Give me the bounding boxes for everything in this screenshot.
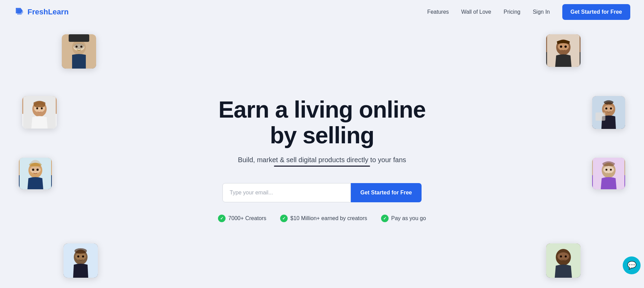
avatar-bottom-left	[19, 158, 52, 189]
svg-point-33	[605, 108, 607, 110]
nav-sign-in[interactable]: Sign In	[533, 9, 550, 15]
svg-point-24	[74, 248, 87, 254]
avatar-top-right	[546, 34, 580, 67]
nav-wall-of-love[interactable]: Wall of Love	[461, 9, 491, 15]
svg-point-3	[74, 44, 84, 49]
logo-icon	[14, 7, 25, 17]
svg-point-38	[603, 166, 614, 173]
nav-links: Features Wall of Love Pricing Sign In Ge…	[427, 4, 630, 20]
avatar-bottom-right	[592, 158, 625, 189]
svg-point-39	[606, 169, 608, 171]
logo-text: FreshLearn	[27, 8, 69, 16]
svg-point-45	[565, 255, 567, 257]
avatar-mid-left	[22, 96, 57, 129]
stat-million: $10 Million+ earned by creators	[280, 215, 367, 222]
stat-creators: 7000+ Creators	[218, 215, 266, 222]
logo[interactable]: FreshLearn	[14, 7, 69, 17]
check-icon-3	[381, 215, 389, 222]
check-icon-1	[218, 215, 226, 222]
svg-point-11	[41, 107, 43, 109]
hero-form: Get Started for Free	[222, 183, 422, 202]
svg-point-34	[610, 108, 612, 110]
svg-point-43	[557, 252, 569, 261]
nav-pricing[interactable]: Pricing	[504, 9, 520, 15]
svg-point-27	[558, 43, 569, 51]
svg-point-18	[29, 163, 42, 167]
stat-pay: Pay as you go	[381, 215, 426, 222]
stat-creators-label: 7000+ Creators	[228, 215, 266, 221]
svg-point-44	[560, 255, 562, 257]
email-input[interactable]	[222, 183, 351, 202]
avatar-mid-right	[592, 96, 625, 129]
svg-point-4	[76, 46, 78, 48]
svg-point-29	[564, 46, 567, 48]
chat-bubble[interactable]	[623, 256, 641, 274]
navbar: FreshLearn Features Wall of Love Pricing…	[0, 0, 644, 24]
check-icon-2	[280, 215, 288, 222]
hero-cta-button[interactable]: Get Started for Free	[351, 183, 422, 202]
svg-point-23	[82, 255, 84, 257]
svg-point-17	[36, 169, 38, 171]
avatar-top-left	[62, 34, 96, 69]
svg-point-32	[604, 105, 614, 112]
svg-point-5	[80, 46, 82, 48]
stats-row: 7000+ Creators $10 Million+ earned by cr…	[218, 215, 426, 222]
hero-section: Earn a living online by selling Build, m…	[0, 24, 644, 288]
svg-point-40	[610, 169, 612, 171]
nav-features[interactable]: Features	[427, 9, 449, 15]
svg-point-16	[32, 169, 34, 171]
avatar-bot-top-left	[64, 243, 98, 278]
svg-rect-35	[596, 112, 606, 121]
svg-rect-6	[69, 34, 89, 42]
avatar-bot-top-right	[546, 243, 580, 278]
svg-point-10	[36, 107, 38, 109]
nav-cta-button[interactable]: Get Started for Free	[562, 4, 630, 20]
svg-point-28	[560, 46, 562, 48]
svg-point-22	[77, 255, 79, 257]
svg-point-21	[75, 253, 86, 260]
hero-subtitle: Build, market & sell digital products di…	[238, 156, 406, 164]
stat-million-label: $10 Million+ earned by creators	[290, 215, 367, 221]
stat-pay-label: Pay as you go	[391, 215, 426, 221]
hero-title: Earn a living online by selling	[218, 97, 426, 148]
hero-content: Earn a living online by selling Build, m…	[218, 97, 426, 223]
